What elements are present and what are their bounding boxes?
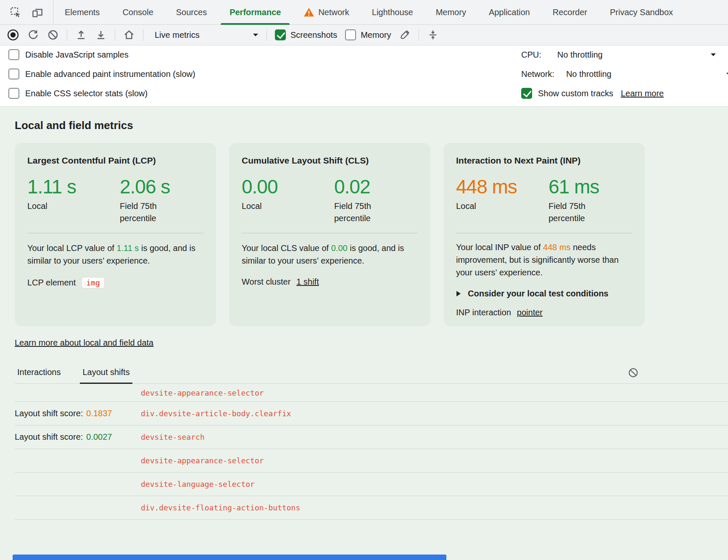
toolbar-separator xyxy=(143,29,143,41)
node-link[interactable]: div.devsite-article-body.clearfix xyxy=(141,409,291,418)
tab-recorder[interactable]: Recorder xyxy=(541,0,599,24)
clear-button[interactable] xyxy=(47,29,59,41)
setting-show-custom-tracks[interactable]: Show custom tracks Learn more xyxy=(521,85,728,102)
disable-js-samples-checkbox[interactable] xyxy=(8,49,19,60)
clear-log-button[interactable] xyxy=(628,367,639,378)
cls-field-value: 0.02 xyxy=(334,177,427,197)
network-throttling-select[interactable]: Network: No throttling xyxy=(521,66,728,82)
tab-lighthouse[interactable]: Lighthouse xyxy=(361,0,425,24)
device-toolbar-button[interactable] xyxy=(29,3,46,21)
cls-card: Cumulative Layout Shift (CLS) 0.00 Local… xyxy=(229,143,430,326)
lcp-element-label: LCP element xyxy=(27,278,76,288)
field-label: Field 75th percentile xyxy=(549,200,604,225)
toolbar-separator xyxy=(67,29,67,41)
network-label: Network: xyxy=(521,69,554,79)
card-title: Largest Contentful Paint (LCP) xyxy=(27,156,203,166)
history-select[interactable]: Live metrics xyxy=(151,30,258,40)
record-button[interactable] xyxy=(7,29,19,41)
worst-cluster-link[interactable]: 1 shift xyxy=(296,277,319,287)
metric-cards: Largest Contentful Paint (LCP) 1.11 s Lo… xyxy=(15,143,728,326)
advanced-paint-checkbox[interactable] xyxy=(8,69,19,79)
tab-privacy-sandbox[interactable]: Privacy Sandbox xyxy=(599,0,684,24)
device-toolbar-icon xyxy=(31,6,44,18)
node-link[interactable]: devsite-language-selector xyxy=(141,480,255,489)
cpu-value: No throttling xyxy=(557,50,603,60)
card-title: Interaction to Next Paint (INP) xyxy=(456,156,632,166)
memory-checkbox[interactable] xyxy=(345,29,356,40)
css-selector-stats-checkbox[interactable] xyxy=(8,88,19,99)
tab-application[interactable]: Application xyxy=(477,0,541,24)
network-value: No throttling xyxy=(566,69,612,79)
toolbar-separator xyxy=(115,29,115,41)
screenshots-checkbox[interactable] xyxy=(275,29,286,40)
worst-cluster-label: Worst cluster xyxy=(242,277,290,287)
card-divider xyxy=(27,233,203,233)
local-label: Local xyxy=(27,200,83,212)
dock-shortcuts-button[interactable] xyxy=(427,29,439,41)
triangle-right-icon xyxy=(456,291,461,297)
inp-local-value: 448 ms xyxy=(456,177,549,197)
local-label: Local xyxy=(456,200,512,212)
lcp-element-node-link[interactable]: img xyxy=(82,277,105,288)
node-link[interactable]: div.devsite-floating-action-buttons xyxy=(141,503,300,512)
shift-score: Layout shift score:0.1837 xyxy=(15,409,141,418)
layout-shift-row: div.devsite-floating-action-buttons xyxy=(15,496,728,520)
inp-card: Interaction to Next Paint (INP) 448 ms L… xyxy=(443,143,645,326)
memory-setting[interactable]: Memory xyxy=(345,29,391,40)
custom-tracks-learn-more-link[interactable]: Learn more xyxy=(621,89,664,98)
performance-toolbar: Live metrics Screenshots Memory xyxy=(0,25,728,45)
node-link[interactable]: devsite-appearance-selector xyxy=(141,456,264,465)
lcp-local-value: 1.11 s xyxy=(27,177,120,197)
lcp-description: Your local LCP value of 1.11 s is good, … xyxy=(27,242,203,267)
setting-css-selector-stats[interactable]: Enable CSS selector stats (slow) xyxy=(8,85,148,102)
cls-description: Your local CLS value of 0.00 is good, an… xyxy=(242,242,418,267)
setting-advanced-paint[interactable]: Enable advanced paint instrumentation (s… xyxy=(8,66,195,82)
cls-local-value: 0.00 xyxy=(242,177,334,197)
layout-shift-row: devsite-language-selector xyxy=(15,473,728,496)
layout-shift-row: Layout shift score:0.1837 div.devsite-ar… xyxy=(15,402,728,425)
field-label: Field 75th percentile xyxy=(334,200,390,225)
upload-profile-button[interactable] xyxy=(75,29,87,41)
inp-interaction-link[interactable]: pointer xyxy=(517,308,543,317)
tab-console[interactable]: Console xyxy=(111,0,164,24)
performance-settings: Disable JavaScript samples Enable advanc… xyxy=(0,45,728,106)
card-divider xyxy=(242,233,418,233)
inspect-icon xyxy=(9,6,22,18)
tab-elements[interactable]: Elements xyxy=(53,0,111,24)
cpu-throttling-select[interactable]: CPU: No throttling xyxy=(521,46,728,63)
toolbar-separator xyxy=(419,29,419,41)
field-data-learn-more-link[interactable]: Learn more about local and field data xyxy=(15,338,153,348)
shift-score: Layout shift score:0.0027 xyxy=(15,432,141,442)
node-link[interactable]: devsite-appearance-selector xyxy=(141,388,264,397)
show-custom-tracks-checkbox[interactable] xyxy=(521,88,532,99)
lcp-card: Largest Contentful Paint (LCP) 1.11 s Lo… xyxy=(15,143,216,326)
chevron-down-icon xyxy=(710,53,716,56)
node-link[interactable]: devsite-search xyxy=(141,433,205,441)
download-profile-button[interactable] xyxy=(95,29,107,41)
local-label: Local xyxy=(242,200,297,212)
screenshots-setting[interactable]: Screenshots xyxy=(275,29,337,40)
layout-shift-row: devsite-appearance-selector xyxy=(15,384,728,402)
tab-sources[interactable]: Sources xyxy=(165,0,218,24)
inp-field-value: 61 ms xyxy=(549,177,641,197)
tab-performance[interactable]: Performance xyxy=(218,0,292,24)
tab-network[interactable]: Network xyxy=(292,0,360,24)
devtools-tabbar: Elements Console Sources Performance Net… xyxy=(0,0,728,25)
layout-shift-row: Layout shift score:0.0027 devsite-search xyxy=(15,425,728,449)
tab-layout-shifts[interactable]: Layout shifts xyxy=(80,367,132,383)
collect-garbage-button[interactable] xyxy=(399,29,411,41)
setting-disable-js-samples[interactable]: Disable JavaScript samples xyxy=(8,46,129,63)
cpu-label: CPU: xyxy=(521,50,541,60)
chevron-down-icon xyxy=(253,33,258,37)
card-title: Cumulative Layout Shift (CLS) xyxy=(242,156,418,166)
warning-icon xyxy=(303,7,314,17)
reload-record-button[interactable] xyxy=(27,29,39,41)
inspect-element-button[interactable] xyxy=(7,3,24,21)
field-label: Field 75th percentile xyxy=(120,200,175,225)
home-button[interactable] xyxy=(123,29,135,41)
inp-interaction-label: INP interaction xyxy=(456,308,511,317)
local-test-conditions-disclosure[interactable]: Consider your local test conditions xyxy=(456,289,632,298)
tab-memory[interactable]: Memory xyxy=(425,0,477,24)
tab-interactions[interactable]: Interactions xyxy=(15,367,63,383)
layout-shift-row: devsite-appearance-selector xyxy=(15,449,728,473)
